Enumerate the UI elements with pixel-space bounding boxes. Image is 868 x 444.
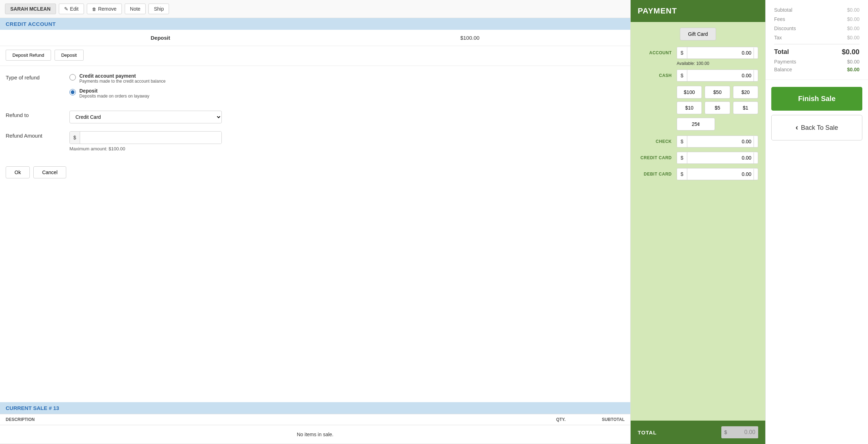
balance-label: Balance (774, 67, 792, 72)
tax-label: Tax (774, 35, 782, 40)
summary-divider (774, 44, 859, 44)
summary-section: Subtotal $0.00 Fees $0.00 Discounts $0.0… (766, 0, 868, 80)
payment-header: PAYMENT (631, 0, 765, 22)
cancel-button[interactable]: Cancel (33, 166, 67, 178)
customer-name: SARAH MCLEAN (5, 4, 56, 14)
col-subtotal-header: SUBTOTAL (582, 417, 625, 422)
fees-value: $0.00 (847, 16, 859, 22)
check-input-group: $ Max (677, 135, 758, 148)
radio-deposit-title: Deposit (79, 88, 149, 94)
fees-row: Fees $0.00 (774, 16, 859, 22)
discounts-row: Discounts $0.00 (774, 26, 859, 31)
refund-amount-input-group: $ (69, 131, 222, 144)
cash-input[interactable] (687, 70, 754, 81)
cash-1-button[interactable]: $1 (733, 101, 758, 114)
radio-deposit[interactable] (69, 89, 76, 95)
payment-body: Gift Card ACCOUNT $ Max Available: 100.0… (631, 22, 765, 421)
type-of-refund-row: Type of refund Credit account payment Pa… (6, 73, 625, 103)
check-input[interactable] (687, 136, 754, 147)
cash-25c-button[interactable]: 25¢ (677, 118, 715, 131)
account-label: ACCOUNT (638, 50, 677, 55)
refund-to-label: Refund to (6, 111, 62, 118)
payment-footer: TOTAL $ (631, 421, 765, 444)
refund-amount-input[interactable] (80, 132, 221, 144)
total-input[interactable] (730, 426, 758, 438)
payments-row: Payments $0.00 (774, 59, 859, 65)
radio-credit-desc: Payments made to the credit account bala… (79, 79, 165, 84)
credit-card-input[interactable] (687, 152, 754, 163)
action-buttons: Ok Cancel (0, 166, 630, 185)
back-to-sale-button[interactable]: Back To Sale (771, 115, 862, 140)
discounts-label: Discounts (774, 26, 796, 31)
account-payment-row: ACCOUNT $ Max (638, 47, 758, 59)
finish-sale-button[interactable]: Finish Sale (771, 87, 862, 111)
credit-card-max-button[interactable]: Max (754, 152, 758, 163)
remove-button[interactable]: Remove (87, 4, 122, 14)
refund-type-options: Credit account payment Payments made to … (69, 73, 625, 103)
debit-card-label: DEBIT CARD (638, 172, 677, 177)
deposit-label: Deposit (6, 35, 315, 41)
total-input-wrap: $ (721, 426, 758, 438)
cash-20-button[interactable]: $20 (733, 86, 758, 99)
radio-credit-title: Credit account payment (79, 73, 165, 79)
payments-label: Payments (774, 59, 796, 65)
refund-amount-row: Refund Amount $ Maximum amount: $100.00 (6, 131, 625, 151)
fees-label: Fees (774, 16, 785, 22)
balance-row: Balance $0.00 (774, 67, 859, 72)
check-label: CHECK (638, 139, 677, 144)
debit-card-input[interactable] (687, 168, 754, 180)
radio-deposit-desc: Deposits made on orders on layaway (79, 94, 149, 99)
payment-title: PAYMENT (638, 6, 758, 16)
refund-amount-label: Refund Amount (6, 131, 62, 139)
debit-card-payment-row: DEBIT CARD $ Max (638, 168, 758, 180)
cash-100-button[interactable]: $100 (677, 86, 702, 99)
refund-form: Type of refund Credit account payment Pa… (0, 66, 630, 166)
subtotal-label: Subtotal (774, 7, 792, 13)
type-of-refund-label: Type of refund (6, 73, 62, 81)
chevron-left-icon (795, 123, 798, 132)
deposit-button[interactable]: Deposit (55, 50, 84, 61)
radio-option-credit: Credit account payment Payments made to … (69, 73, 625, 84)
total-row: Total $0.00 (774, 48, 859, 56)
ship-button[interactable]: Ship (148, 4, 169, 14)
check-prefix: $ (677, 136, 687, 147)
edit-button[interactable]: Edit (59, 4, 84, 14)
total-dollar-sign: $ (721, 427, 730, 438)
col-description-header: DESCRIPTION (6, 417, 540, 422)
check-max-button[interactable]: Max (754, 136, 758, 147)
account-input[interactable] (687, 47, 754, 59)
balance-value: $0.00 (847, 67, 859, 72)
payment-panel: PAYMENT Gift Card ACCOUNT $ Max Availabl… (631, 0, 765, 444)
radio-credit-account[interactable] (69, 74, 76, 81)
sale-empty-message: No items in sale. (0, 425, 630, 444)
deposit-value: $100.00 (315, 35, 625, 41)
cash-payment-row: CASH $ Max (638, 70, 758, 82)
refund-to-row: Refund to Credit Card Cash Check Store C… (6, 111, 625, 123)
cash-5-button[interactable]: $5 (705, 101, 730, 114)
deposit-refund-button[interactable]: Deposit Refund (6, 50, 51, 61)
tax-value: $0.00 (847, 35, 859, 40)
cash-label: CASH (638, 73, 677, 78)
debit-card-prefix: $ (677, 168, 687, 180)
subtotal-row: Subtotal $0.00 (774, 7, 859, 13)
credit-card-payment-row: CREDIT CARD $ Max (638, 152, 758, 164)
gift-card-button[interactable]: Gift Card (680, 28, 716, 40)
refund-to-select[interactable]: Credit Card Cash Check Store Credit (69, 111, 222, 123)
account-prefix: $ (677, 47, 687, 59)
cash-10-button[interactable]: $10 (677, 101, 702, 114)
cash-50-button[interactable]: $50 (705, 86, 730, 99)
total-value: $0.00 (842, 48, 859, 56)
debit-card-max-button[interactable]: Max (754, 169, 758, 180)
total-label: Total (774, 48, 789, 56)
ok-button[interactable]: Ok (6, 166, 30, 178)
credit-card-label: CREDIT CARD (638, 155, 677, 160)
credit-card-prefix: $ (677, 152, 687, 163)
cash-max-button[interactable]: Max (754, 70, 758, 81)
total-footer-label: TOTAL (638, 429, 721, 435)
note-button[interactable]: Note (125, 4, 146, 14)
edit-icon (64, 6, 68, 12)
account-max-button[interactable]: Max (754, 48, 758, 59)
cash-quick-buttons: $100 $50 $20 $10 $5 $1 (677, 86, 758, 114)
payments-value: $0.00 (847, 59, 859, 65)
top-bar: SARAH MCLEAN Edit Remove Note Ship (0, 0, 630, 18)
